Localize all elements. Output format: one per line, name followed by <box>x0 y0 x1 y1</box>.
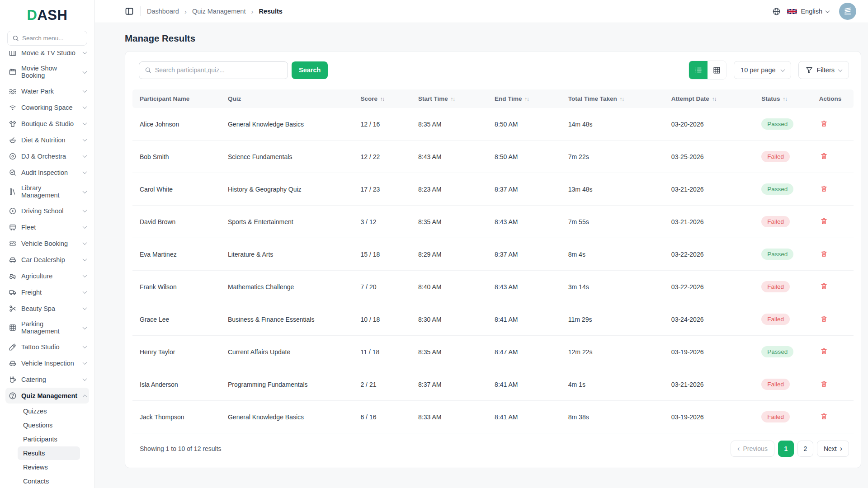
sort-icon[interactable]: ↑↓ <box>525 96 529 102</box>
per-page-select[interactable]: 10 per page <box>734 61 791 79</box>
submenu-item-quizzes[interactable]: Quizzes <box>18 404 80 418</box>
language-selector[interactable]: English <box>787 8 829 15</box>
uk-flag-icon <box>787 8 797 15</box>
sidebar-item-driving-school[interactable]: Driving School <box>5 203 89 219</box>
participant-name: Alice Johnson <box>132 108 223 141</box>
breadcrumb-quiz-management[interactable]: Quiz Management <box>192 8 245 15</box>
sidebar-item-beauty-spa[interactable]: Beauty Spa <box>5 300 89 316</box>
sidebar-item-movie-show-booking[interactable]: Movie Show Booking <box>5 61 89 83</box>
sort-icon[interactable]: ↑↓ <box>712 96 717 102</box>
column-header-score[interactable]: Score↑↓ <box>356 89 414 108</box>
status-cell: Failed <box>757 368 815 401</box>
sidebar-item-fleet[interactable]: Fleet <box>5 219 89 235</box>
column-header-attempt-date[interactable]: Attempt Date↑↓ <box>667 89 757 108</box>
total-time-taken: 4m 1s <box>564 368 667 401</box>
sidebar-item-water-park[interactable]: Water Park <box>5 83 89 99</box>
total-time-taken: 12m 22s <box>564 336 667 368</box>
globe-icon[interactable] <box>772 7 781 16</box>
delete-button[interactable] <box>819 347 829 357</box>
grid-icon <box>8 324 17 332</box>
page-2-button[interactable]: 2 <box>797 441 813 457</box>
sidebar-item-freight[interactable]: Freight <box>5 284 89 300</box>
sidebar-item-audit-inspection[interactable]: Audit Inspection <box>5 164 89 180</box>
delete-button[interactable] <box>819 412 829 422</box>
column-header-status[interactable]: Status↑↓ <box>757 89 815 108</box>
attempt-date: 03-22-2026 <box>667 238 757 271</box>
submenu-item-reviews[interactable]: Reviews <box>18 460 80 474</box>
sidebar-item-diet-nutrition[interactable]: Diet & Nutrition <box>5 132 89 148</box>
next-page-button[interactable]: Next › <box>817 441 849 457</box>
list-view-button[interactable] <box>689 61 708 79</box>
trash-icon <box>820 185 828 192</box>
filters-button[interactable]: Filters <box>798 61 849 79</box>
breadcrumb-dashboard[interactable]: Dashboard <box>147 8 179 15</box>
sidebar-item-tattoo-studio[interactable]: Tattoo Studio <box>5 339 89 355</box>
grid-view-button[interactable] <box>708 61 726 79</box>
sort-icon[interactable]: ↑↓ <box>380 96 385 102</box>
submenu-item-contacts[interactable]: Contacts <box>18 474 80 488</box>
actions-cell <box>815 401 854 433</box>
sidebar-item-car-dealership[interactable]: Car Dealership <box>5 252 89 267</box>
sidebar-toggle-icon[interactable] <box>125 7 134 16</box>
column-header-total-time-taken[interactable]: Total Time Taken↑↓ <box>564 89 667 108</box>
sort-icon[interactable]: ↑↓ <box>620 96 624 102</box>
sidebar-item-label: Car Dealership <box>21 256 65 263</box>
page-1-button[interactable]: 1 <box>778 441 794 457</box>
sidebar-item-vehicle-booking[interactable]: Vehicle Booking <box>5 235 89 251</box>
status-badge: Failed <box>761 314 790 325</box>
sidebar-item-quiz-management[interactable]: Quiz Management <box>5 388 89 404</box>
attempt-date: 03-25-2026 <box>667 141 757 173</box>
sidebar-item-coworking-space[interactable]: Coworking Space <box>5 99 89 115</box>
delete-button[interactable] <box>819 216 829 227</box>
delete-button[interactable] <box>819 282 829 292</box>
topbar: Dashboard › Quiz Management › Results En… <box>95 0 868 23</box>
sidebar-item-library-management[interactable]: Library Management <box>5 181 89 202</box>
trash-icon <box>820 217 828 225</box>
delete-button[interactable] <box>819 119 829 130</box>
results-search-input[interactable] <box>155 66 282 74</box>
column-header-start-time[interactable]: Start Time↑↓ <box>414 89 490 108</box>
sort-icon[interactable]: ↑↓ <box>783 96 788 102</box>
table-row: Eva MartinezLiterature & Arts15 / 188:29… <box>132 238 854 271</box>
sidebar-search[interactable] <box>7 31 87 46</box>
start-time: 8:35 AM <box>414 108 490 141</box>
chevron-down-icon <box>83 305 87 310</box>
quiz-name: General Knowledge Basics <box>223 108 356 141</box>
chevron-down-icon <box>83 325 87 329</box>
sidebar-item-agriculture[interactable]: Agriculture <box>5 268 89 284</box>
submenu-item-results[interactable]: Results <box>18 446 80 460</box>
sidebar-item-label: Water Park <box>21 88 54 95</box>
submenu-item-questions[interactable]: Questions <box>18 418 80 432</box>
sidebar-item-boutique-studio[interactable]: Boutique & Studio <box>5 116 89 131</box>
start-time: 8:35 AM <box>414 206 490 238</box>
cup-icon <box>8 375 17 384</box>
table-toolbar: Search 10 per page <box>139 61 849 80</box>
delete-button[interactable] <box>819 184 829 195</box>
disc-icon <box>8 152 17 160</box>
delete-button[interactable] <box>819 151 829 162</box>
film-icon <box>8 51 17 57</box>
sidebar-item-catering[interactable]: Catering <box>5 371 89 387</box>
delete-button[interactable] <box>819 314 829 325</box>
sidebar-search-input[interactable] <box>22 35 82 42</box>
previous-page-button[interactable]: ‹ Previous <box>731 441 774 457</box>
sidebar-item-movie-tv-studio[interactable]: Movie & TV Studio <box>5 51 89 61</box>
delete-button[interactable] <box>819 249 829 260</box>
column-header-end-time[interactable]: End Time↑↓ <box>490 89 564 108</box>
submenu-item-participants[interactable]: Participants <box>18 432 80 446</box>
trash-icon <box>820 152 828 160</box>
end-time: 8:41 AM <box>490 401 564 433</box>
delete-button[interactable] <box>819 379 829 390</box>
sidebar-item-vehicle-inspection[interactable]: Vehicle Inspection <box>5 355 89 371</box>
avatar[interactable] <box>839 3 856 20</box>
sidebar-item-dj-orchestra[interactable]: DJ & Orchestra <box>5 148 89 164</box>
ticket-icon <box>8 239 17 248</box>
sidebar-item-parking-management[interactable]: Parking Management <box>5 317 89 338</box>
results-search[interactable] <box>139 61 288 79</box>
chevron-down-icon <box>83 69 87 74</box>
sort-icon[interactable]: ↑↓ <box>451 96 455 102</box>
search-button[interactable]: Search <box>292 61 328 79</box>
status-cell: Failed <box>757 271 815 303</box>
actions-cell <box>815 206 854 238</box>
filters-label: Filters <box>817 66 835 74</box>
